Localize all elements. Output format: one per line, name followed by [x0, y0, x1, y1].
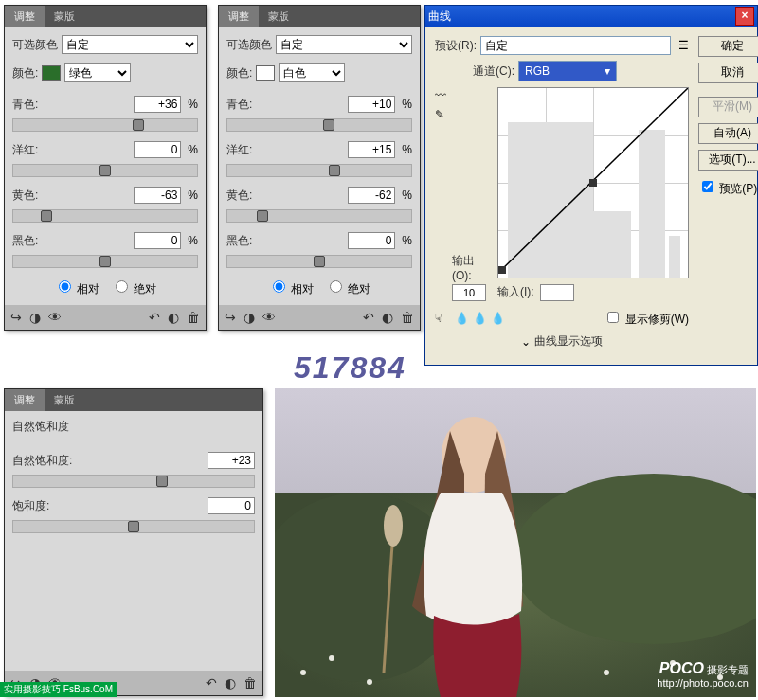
channel-label: 通道(C): — [473, 63, 514, 80]
tab-adjustments[interactable]: 调整 — [5, 6, 45, 27]
eyedropper-gray-icon[interactable]: 💧 — [473, 312, 487, 325]
yellow-value[interactable] — [134, 187, 181, 204]
absolute-radio[interactable]: 绝对 — [111, 278, 156, 297]
color-label: 颜色: — [12, 65, 38, 81]
pct: % — [188, 98, 198, 111]
color-label: 颜色: — [226, 65, 252, 81]
magenta-slider[interactable] — [226, 164, 412, 177]
relative-radio[interactable]: 相对 — [268, 278, 314, 297]
tab-mask[interactable]: 蒙版 — [259, 6, 298, 27]
vibrance-value[interactable] — [208, 452, 255, 469]
poco-url: http://photo.poco.cn — [657, 677, 749, 689]
svg-point-7 — [300, 670, 306, 675]
vibrance-slider[interactable] — [12, 475, 255, 488]
show-clipping-checkbox[interactable]: 显示修剪(W) — [604, 309, 689, 328]
clip-icon[interactable]: ◐ — [168, 310, 179, 325]
display-options[interactable]: 曲线显示选项 — [534, 333, 603, 350]
options-button[interactable]: 选项(T)... — [698, 150, 758, 171]
output-value[interactable]: 10 — [452, 284, 486, 301]
cyan-slider[interactable] — [226, 118, 412, 132]
link-icon[interactable]: ↪ — [10, 310, 22, 325]
watermark-text: 517884 — [294, 350, 406, 386]
svg-point-8 — [329, 655, 334, 661]
tab-adjustments[interactable]: 调整 — [219, 6, 259, 27]
trash-icon[interactable]: 🗑 — [244, 675, 257, 691]
magenta-slider[interactable] — [12, 164, 198, 177]
eye-icon[interactable]: 👁 — [262, 310, 276, 325]
clip-icon[interactable]: ◐ — [225, 675, 236, 691]
preset-input[interactable] — [480, 36, 671, 55]
reset-icon[interactable]: ↶ — [149, 310, 160, 325]
auto-button[interactable]: 自动(A) — [698, 123, 758, 144]
curve-tool-icon[interactable]: 〰 — [435, 89, 446, 102]
finger-tool-icon[interactable]: ☟ — [435, 312, 442, 325]
panel-footer: ↪◑👁↶◐🗑 — [5, 305, 206, 330]
channel-select[interactable]: RGB▾ — [518, 61, 617, 81]
yellow-slider[interactable] — [226, 209, 412, 223]
new-icon[interactable]: ◑ — [29, 310, 41, 325]
preview-checkbox[interactable]: 预览(P) — [698, 178, 758, 197]
yellow-value[interactable] — [348, 187, 395, 204]
pencil-tool-icon[interactable]: ✎ — [435, 108, 446, 121]
svg-point-15 — [384, 505, 403, 547]
reset-icon[interactable]: ↶ — [363, 310, 374, 325]
cyan-value[interactable] — [348, 96, 395, 113]
black-slider[interactable] — [226, 255, 412, 268]
input-label: 输入(I): — [497, 284, 534, 300]
saturation-label: 饱和度: — [12, 498, 98, 514]
color-swatch — [256, 65, 275, 81]
cancel-button[interactable]: 取消 — [698, 63, 758, 83]
window-title: 曲线 — [428, 9, 451, 25]
tab-mask[interactable]: 蒙版 — [45, 389, 84, 411]
cyan-slider[interactable] — [12, 118, 198, 132]
magenta-value[interactable] — [348, 141, 395, 158]
link-icon[interactable]: ↪ — [225, 310, 236, 325]
tab-adjustments[interactable]: 调整 — [5, 389, 45, 411]
saturation-value[interactable] — [208, 497, 255, 514]
magenta-value[interactable] — [134, 141, 181, 158]
curves-graph[interactable] — [497, 87, 689, 278]
vibrance-title: 自然饱和度 — [12, 419, 255, 435]
svg-rect-2 — [498, 266, 506, 274]
title: 可选颜色 — [226, 37, 272, 53]
preset-select[interactable]: 自定 — [276, 35, 412, 54]
magenta-label: 洋红: — [12, 142, 54, 158]
reset-icon[interactable]: ↶ — [206, 675, 217, 691]
preview-image: POCO 摄影专题http://photo.poco.cn — [275, 388, 756, 697]
absolute-radio[interactable]: 绝对 — [325, 278, 370, 297]
trash-icon[interactable]: 🗑 — [187, 310, 200, 325]
black-value[interactable] — [134, 232, 181, 249]
credit-badge: 实用摄影技巧 FsBus.CoM — [0, 682, 117, 697]
eyedropper-white-icon[interactable]: 💧 — [491, 312, 505, 325]
new-icon[interactable]: ◑ — [244, 310, 255, 325]
input-value[interactable] — [540, 284, 574, 301]
vibrance-label: 自然饱和度: — [12, 453, 98, 469]
color-select[interactable]: 绿色 — [64, 63, 131, 82]
yellow-slider[interactable] — [12, 209, 198, 223]
black-value[interactable] — [348, 232, 395, 249]
expand-icon[interactable]: ⌄ — [521, 335, 531, 349]
svg-rect-1 — [589, 179, 597, 187]
svg-point-10 — [604, 670, 609, 675]
black-label: 黑色: — [12, 233, 54, 249]
relative-radio[interactable]: 相对 — [54, 278, 99, 297]
clip-icon[interactable]: ◐ — [382, 310, 393, 325]
trash-icon[interactable]: 🗑 — [401, 310, 414, 325]
saturation-slider[interactable] — [12, 520, 255, 533]
svg-point-9 — [367, 679, 372, 685]
smooth-button: 平滑(M) — [698, 97, 758, 117]
title: 可选颜色 — [12, 37, 58, 53]
output-label: 输出(O): — [452, 253, 486, 282]
ok-button[interactable]: 确定 — [698, 36, 758, 57]
eyedropper-black-icon[interactable]: 💧 — [455, 312, 469, 325]
yellow-label: 黄色: — [12, 188, 54, 204]
preset-menu-icon[interactable]: ☰ — [678, 39, 689, 52]
color-select[interactable]: 白色 — [279, 63, 345, 82]
poco-brand: POCO — [659, 660, 704, 676]
cyan-value[interactable] — [134, 96, 181, 113]
black-slider[interactable] — [12, 255, 198, 268]
eye-icon[interactable]: 👁 — [48, 310, 62, 325]
close-icon[interactable]: × — [735, 7, 754, 26]
preset-select[interactable]: 自定 — [62, 35, 198, 54]
tab-mask[interactable]: 蒙版 — [45, 6, 84, 27]
